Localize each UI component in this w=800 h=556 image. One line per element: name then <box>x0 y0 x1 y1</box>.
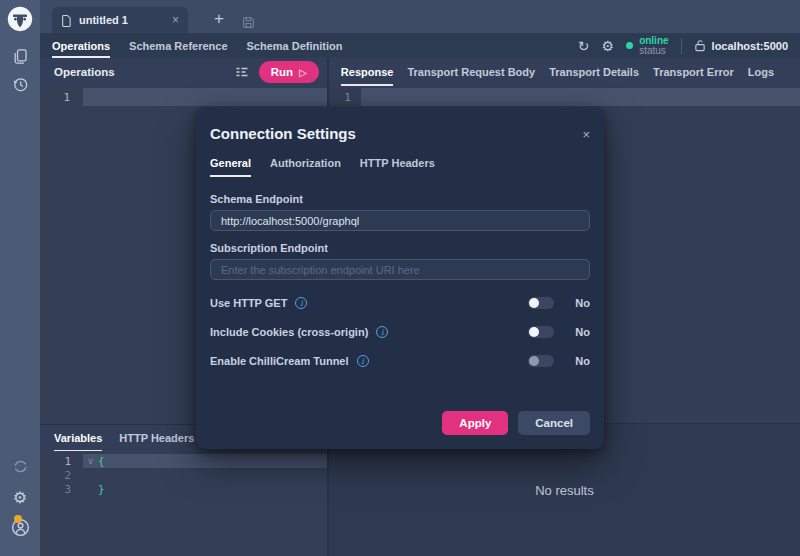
tab-schema-reference[interactable]: Schema Reference <box>129 33 227 58</box>
status-text: status <box>639 46 668 56</box>
dialog-title: Connection Settings <box>210 125 356 142</box>
tab-operations[interactable]: Operations <box>52 33 110 58</box>
format-document-icon[interactable] <box>235 65 249 79</box>
apply-button[interactable]: Apply <box>442 411 508 435</box>
document-tab-label: untitled 1 <box>79 14 128 26</box>
connection-settings-dialog: Connection Settings × General Authorizat… <box>196 107 604 449</box>
toggle-state: No <box>562 297 590 309</box>
documents-icon[interactable] <box>0 48 40 65</box>
info-icon[interactable]: i <box>357 355 369 367</box>
dialog-tabs: General Authorization HTTP Headers <box>210 157 590 177</box>
endpoint-host[interactable]: localhost:5000 <box>694 39 788 52</box>
use-http-get-row: Use HTTP GET i No <box>210 297 590 309</box>
variables-editor[interactable]: 1 ∨ { 2 3 } <box>40 451 327 556</box>
use-http-get-label: Use HTTP GET <box>210 297 287 309</box>
line-number: 3 <box>40 483 83 496</box>
toggle-state: No <box>562 355 590 367</box>
code-content: { <box>98 454 327 468</box>
refresh-icon[interactable]: ↻ <box>578 39 590 53</box>
sync-icon[interactable] <box>0 458 40 475</box>
use-http-get-toggle[interactable] <box>528 297 554 309</box>
document-tab[interactable]: untitled 1 × <box>52 7 188 33</box>
divider <box>681 38 682 54</box>
response-pane-header: Response Transport Request Body Transpor… <box>329 58 800 86</box>
code-content <box>361 88 800 106</box>
schema-endpoint-label: Schema Endpoint <box>210 193 590 205</box>
editor-line: 1 ∨ { <box>40 454 327 468</box>
host-label: localhost:5000 <box>712 40 788 52</box>
main-navbar: Operations Schema Reference Schema Defin… <box>40 33 800 58</box>
new-tab-button[interactable]: + <box>214 10 224 27</box>
editor-line: 1 <box>329 88 800 106</box>
chillicream-tunnel-row: Enable ChilliCream Tunnel i No <box>210 355 590 367</box>
include-cookies-row: Include Cookies (cross-origin) i No <box>210 326 590 338</box>
app-logo-icon[interactable] <box>7 6 33 32</box>
online-dot-icon <box>626 42 633 49</box>
connection-status: online status <box>626 36 668 56</box>
code-content: } <box>98 482 327 496</box>
unlock-icon <box>694 39 706 52</box>
code-content <box>98 468 327 482</box>
document-icon <box>61 14 72 27</box>
tab-variables[interactable]: Variables <box>54 425 102 452</box>
operations-pane-header: Operations Run ▷ <box>40 58 327 86</box>
line-number: 1 <box>40 455 83 468</box>
info-icon[interactable]: i <box>295 297 307 309</box>
tab-schema-definition[interactable]: Schema Definition <box>247 33 343 58</box>
tab-logs[interactable]: Logs <box>748 58 774 86</box>
code-content <box>83 88 327 106</box>
cancel-button[interactable]: Cancel <box>518 411 590 435</box>
save-icon[interactable] <box>242 16 255 29</box>
include-cookies-label: Include Cookies (cross-origin) <box>210 326 368 338</box>
chillicream-tunnel-toggle[interactable] <box>528 355 554 367</box>
document-tabstrip: untitled 1 × + <box>40 0 800 33</box>
notification-badge <box>14 515 22 523</box>
tab-http-headers[interactable]: HTTP Headers <box>119 425 194 452</box>
play-icon: ▷ <box>299 67 307 78</box>
online-text: online <box>639 36 668 46</box>
schema-endpoint-input[interactable] <box>210 210 590 231</box>
history-icon[interactable] <box>0 76 40 93</box>
tab-response[interactable]: Response <box>341 58 394 86</box>
run-button[interactable]: Run ▷ <box>259 61 319 83</box>
subscription-endpoint-input[interactable] <box>210 259 590 280</box>
dialog-tab-general[interactable]: General <box>210 157 251 177</box>
run-label: Run <box>271 66 293 78</box>
line-number: 2 <box>40 469 83 482</box>
connection-settings-gear-icon[interactable]: ⚙ <box>602 39 615 53</box>
subscription-endpoint-label: Subscription Endpoint <box>210 242 590 254</box>
editor-line: 1 <box>40 88 327 106</box>
editor-line: 2 <box>40 468 327 482</box>
toggle-state: No <box>562 326 590 338</box>
dialog-tab-http-headers[interactable]: HTTP Headers <box>360 157 435 177</box>
tab-transport-request-body[interactable]: Transport Request Body <box>407 58 535 86</box>
include-cookies-toggle[interactable] <box>528 326 554 338</box>
icon-sidebar: ⚙ <box>0 0 40 556</box>
operations-pane-title: Operations <box>54 66 115 78</box>
line-number: 1 <box>40 91 83 104</box>
chillicream-tunnel-label: Enable ChilliCream Tunnel <box>210 355 349 367</box>
fold-chevron-icon[interactable]: ∨ <box>83 456 98 466</box>
editor-line: 3 } <box>40 482 327 496</box>
dialog-close-icon[interactable]: × <box>582 127 590 142</box>
info-icon[interactable]: i <box>376 326 388 338</box>
tab-close-icon[interactable]: × <box>172 13 179 27</box>
banana-cake-pop-app: ⚙ untitled 1 × + <box>0 0 800 556</box>
settings-gear-icon[interactable]: ⚙ <box>0 488 40 507</box>
account-icon[interactable] <box>0 518 40 537</box>
line-number: 1 <box>329 91 361 104</box>
no-results-text: No results <box>535 483 594 498</box>
tab-transport-details[interactable]: Transport Details <box>549 58 639 86</box>
dialog-tab-authorization[interactable]: Authorization <box>270 157 341 177</box>
tab-transport-error[interactable]: Transport Error <box>653 58 734 86</box>
